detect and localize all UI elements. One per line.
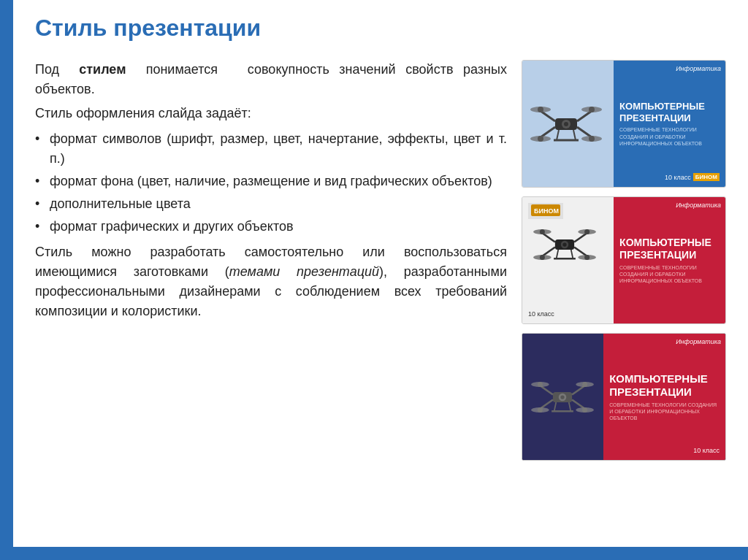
book3-drone-image (526, 372, 599, 423)
svg-line-26 (574, 248, 587, 256)
book2-subtitle: СОВРЕМЕННЫЕ ТЕХНОЛОГИИ СОЗДАНИЯ И ОБРАБО… (619, 264, 720, 284)
svg-line-5 (541, 127, 555, 137)
book2-title: КОМПЬЮТЕРНЫЕПРЕЗЕНТАЦИИ (619, 237, 720, 261)
bullet-item-2: • формат фона (цвет, наличие, размещение… (35, 172, 507, 191)
images-area: Информатика КОМПЬЮТЕРНЫЕПРЕЗЕНТАЦИИ СОВР… (522, 60, 726, 532)
drone-svg-3 (526, 372, 599, 423)
book-card-3: Информатика КОМПЬЮТЕРНЫЕПРЕЗЕНТАЦИИ СОВР… (522, 333, 726, 461)
svg-line-35 (557, 250, 559, 258)
svg-line-42 (572, 386, 585, 394)
svg-point-13 (538, 136, 543, 142)
text-area: Под стилем понимается совокупность значе… (35, 60, 507, 532)
book2-drone-image (528, 219, 601, 270)
book3-class-label: 10 класс (693, 447, 720, 454)
drone-svg-1 (526, 95, 606, 153)
book2-binom-logo: БИНОМ (528, 203, 563, 219)
drone-svg-2 (528, 219, 601, 270)
svg-point-14 (589, 136, 595, 142)
svg-point-49 (538, 382, 543, 387)
svg-point-33 (540, 255, 545, 260)
book1-class-label: 10 класс БИНОМ (665, 173, 720, 181)
svg-line-3 (541, 111, 555, 121)
book1-class-text: 10 класс (665, 174, 691, 181)
book1-subtitle: СОВРЕМЕННЫЕ ТЕХНОЛОГИИ СОЗДАНИЯ И ОБРАБО… (619, 126, 720, 146)
book1-drone-image (526, 95, 606, 153)
svg-line-4 (577, 111, 592, 121)
page-title: Стиль презентации (35, 15, 726, 42)
svg-line-54 (569, 402, 571, 411)
book1-right-content: Информатика КОМПЬЮТЕРНЫЕПРЕЗЕНТАЦИИ СОВР… (614, 61, 725, 187)
intro-paragraph: Под стилем понимается совокупность значе… (35, 60, 507, 99)
bullet-dot-2: • (35, 172, 50, 191)
svg-line-44 (572, 399, 585, 408)
book-card-1: Информатика КОМПЬЮТЕРНЫЕПРЕЗЕНТАЦИИ СОВР… (522, 60, 726, 188)
bullet-text-1: формат символов (шрифт, размер, цвет, на… (50, 129, 507, 169)
svg-line-43 (540, 399, 553, 408)
book1-informatika-label: Информатика (676, 65, 721, 72)
bullet-dot-4: • (35, 217, 50, 237)
bullet-text-4: формат графических и других объектов (50, 217, 507, 237)
bullet-dot-3: • (35, 194, 50, 214)
svg-point-22 (562, 242, 566, 246)
left-accent-bar (0, 0, 13, 560)
svg-line-25 (542, 248, 555, 256)
main-area: Под стилем понимается совокупность значе… (35, 60, 726, 532)
svg-point-12 (589, 107, 595, 112)
bullet-list: • формат символов (шрифт, размер, цвет, … (35, 129, 507, 237)
bullet-dot-1: • (35, 129, 50, 149)
svg-point-51 (538, 407, 543, 413)
book-card-2: БИНОМ (522, 196, 726, 324)
svg-line-53 (554, 402, 557, 411)
svg-line-24 (574, 233, 587, 242)
book3-title: КОМПЬЮТЕРНЫЕПРЕЗЕНТАЦИИ (609, 372, 720, 399)
style-definition: Стиль оформления слайда задаёт: (35, 104, 507, 123)
svg-point-50 (582, 382, 587, 387)
svg-point-34 (584, 255, 589, 260)
svg-line-15 (557, 130, 559, 140)
conclusion-paragraph: Стиль можно разработать самостоятельно и… (35, 242, 507, 321)
book2-right-content: Информатика КОМПЬЮТЕРНЫЕПРЕЗЕНТАЦИИ СОВР… (614, 197, 725, 323)
bullet-item-1: • формат символов (шрифт, размер, цвет, … (35, 129, 507, 169)
bottom-accent-bar (0, 547, 748, 560)
bullet-text-3: дополнительные цвета (50, 194, 507, 214)
bullet-item-3: • дополнительные цвета (35, 194, 507, 214)
svg-line-23 (542, 233, 555, 242)
svg-line-36 (571, 250, 573, 258)
italic-phrase: темами презентаций (229, 264, 379, 279)
svg-line-6 (577, 127, 592, 137)
bold-word: стилем (79, 62, 126, 77)
svg-point-31 (540, 229, 545, 234)
content-wrapper: Стиль презентации Под стилем понимается … (13, 0, 748, 547)
book1-publisher: БИНОМ (693, 173, 720, 181)
book1-title: КОМПЬЮТЕРНЫЕПРЕЗЕНТАЦИИ (619, 101, 720, 123)
book3-informatika-label: Информатика (676, 338, 721, 345)
book3-right-content: Информатика КОМПЬЮТЕРНЫЕПРЕЗЕНТАЦИИ СОВР… (603, 334, 725, 460)
bullet-item-4: • формат графических и других объектов (35, 217, 507, 237)
bullet-text-2: формат фона (цвет, наличие, размещение и… (50, 172, 507, 191)
book2-informatika-label: Информатика (676, 202, 721, 209)
svg-point-40 (560, 395, 564, 399)
svg-line-16 (573, 130, 576, 140)
svg-point-2 (564, 122, 568, 126)
svg-point-11 (538, 107, 543, 112)
svg-point-52 (582, 407, 587, 413)
book3-subtitle: СОВРЕМЕННЫЕ ТЕХНОЛОГИИ СОЗДАНИЯ И ОБРАБО… (609, 402, 720, 421)
svg-line-41 (540, 386, 553, 394)
book2-class-label: 10 класс (528, 310, 554, 318)
svg-text:БИНОМ: БИНОМ (534, 207, 559, 215)
svg-point-32 (584, 229, 589, 234)
